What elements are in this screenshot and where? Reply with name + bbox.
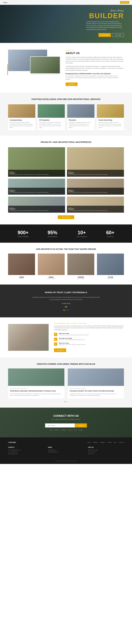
connect-button[interactable]: Reach Us: [75, 424, 87, 428]
service-title: 3D Visualization: [39, 119, 63, 121]
team-card: JACOB 3D Visualizer: [97, 254, 124, 279]
connect-input[interactable]: [45, 424, 75, 428]
demo-button[interactable]: Get Demoved: [98, 33, 111, 37]
projects-title: PROJECTS: OUR ARCHITECTURAL MASTERPIECES: [8, 141, 124, 143]
project-overlay: Project 6 Project 6 Your content goes he…: [67, 206, 124, 212]
service-card: 3D Visualization 3D Visualization is tur…: [38, 104, 65, 130]
about-body2: We redefine spaces with a harmony of fun…: [65, 66, 124, 71]
service-title: Conceptual Design: [10, 119, 34, 121]
footer-nav-link[interactable]: Instagram: [100, 442, 105, 443]
project-title: Project 5: [10, 208, 64, 210]
service-desc: Embarking on a building renovation can b…: [69, 122, 93, 128]
project-label: Project 6: [68, 207, 122, 208]
footer-col: VISIT US Mon-Fri: 9am – 6pmSat: 10am – 4…: [88, 447, 124, 455]
footer-nav-link[interactable]: Twitter: [87, 442, 91, 443]
team-name: MARIA: [38, 276, 65, 278]
step-number: 02: [54, 338, 57, 341]
quote-button[interactable]: Get a Quote: [112, 33, 124, 37]
footer-col-item: 📞 +1 234 567 890: [8, 451, 44, 452]
about-label: ABOUT US: [65, 50, 124, 51]
service-card: Custom Home Design Driven by the desire …: [97, 104, 124, 130]
projects-section: PROJECTS: OUR ARCHITECTURAL MASTERPIECES…: [0, 136, 132, 224]
footer: ● divi plus TwitterFacebookInstagramPint…: [0, 438, 132, 464]
project-title: Project 4: [68, 190, 122, 192]
footer-col-item: ✉ info@diviplus.com: [8, 453, 44, 454]
social-link[interactable]: Twitter: [49, 430, 52, 431]
service-title: Renovation: [69, 119, 93, 121]
service-desc: 3D Visualization is turning your concept…: [39, 122, 63, 128]
projects-right-col: Project 2 Project 2 Your content goes he…: [67, 147, 124, 213]
step-title: Share Your Vision: [59, 333, 89, 334]
team-section: OUR ARCHITECTS IN ACTION: THE TEAM THAT …: [0, 243, 132, 284]
contact-nav-button[interactable]: Contact Us: [120, 1, 129, 4]
get-started-button[interactable]: Get Started: [54, 348, 66, 352]
service-card: Renovation Embarking on a building renov…: [67, 104, 94, 130]
footer-nav-link[interactable]: Contact Us: [118, 442, 124, 443]
project-card: Project 6 Project 6 Your content goes he…: [67, 196, 124, 213]
blog-image: [68, 368, 124, 386]
footer-nav-link[interactable]: Facebook: [93, 442, 98, 443]
dot-1[interactable]: [63, 310, 64, 311]
social-link[interactable]: Blog: [74, 430, 77, 431]
nav-logo[interactable]: ≡ Home: [3, 2, 7, 3]
social-link[interactable]: Instagram: [61, 430, 66, 431]
footer-nav-link[interactable]: Pinterest: [107, 442, 112, 443]
show-all-projects-button[interactable]: Show All Projects: [58, 215, 74, 219]
blog-content: August 2023 | Written By: Jay Adams Smal…: [8, 386, 64, 398]
service-desc: Driven by the desire to design and creat…: [10, 122, 34, 128]
blog-title: CREATIVE CORNER: EXPLORING TRENDS WITH O…: [8, 363, 124, 365]
footer-col-title: CONTACT: [8, 447, 44, 448]
about-images: [8, 50, 60, 79]
blog-dot-1[interactable]: [64, 401, 65, 402]
blog-dot-2[interactable]: [67, 401, 68, 402]
copyright: © 2024 Divi Plus Builder. All Rights Res…: [55, 460, 77, 462]
service-image: [8, 104, 35, 118]
service-image: [38, 104, 65, 118]
project-label: Project 4: [68, 189, 122, 190]
hero-section: Divi Plus BUILDER Transforming Dreams In…: [0, 0, 132, 43]
project-desc: Your content goes here. Edit or remove t…: [10, 192, 64, 193]
footer-col-item: info@diviplus.com: [48, 450, 84, 451]
footer-col-item: Sat: 10am – 4pm: [88, 451, 124, 452]
social-link[interactable]: LinkedIn: [79, 430, 83, 431]
social-link[interactable]: Pinterest: [68, 430, 73, 431]
connect-social: TwitterFacebookInstagramPinterestBlogLin…: [8, 430, 124, 431]
project-desc: Your content goes here. Edit or remove t…: [10, 174, 64, 175]
project-label: Project 3: [10, 189, 64, 190]
step-number: 01: [54, 333, 57, 336]
service-content: 3D Visualization 3D Visualization is tur…: [38, 118, 65, 130]
about-read-more-button[interactable]: Read More: [65, 82, 78, 86]
project-desc: Your content goes here. Edit or remove t…: [68, 174, 122, 175]
project-overlay: Project 5 Project 5 Your content goes he…: [8, 206, 65, 212]
blog-card: August 2023 | Written By: Jay Adams Smal…: [8, 368, 64, 398]
stars: ★★★★★: [8, 302, 124, 305]
services-title: CRAFTING EXCELLENCE: EXPLORE OUR ARCHITE…: [8, 98, 124, 100]
about-accent-bar: [7, 64, 8, 75]
team-photo: [67, 254, 94, 275]
team-card: JAMES Architect: [8, 254, 35, 279]
stat-label: Client Satisfaction: [47, 236, 57, 237]
connect-desc: Let us shape your aspirations into timel…: [8, 419, 124, 420]
team-card: MARIA Interior Designer: [38, 254, 65, 279]
step-title: Build Your Dream: [59, 342, 86, 344]
blog-grid: August 2023 | Written By: Jay Adams Smal…: [8, 368, 124, 398]
project-overlay: Project 3 Project 3 Your content goes he…: [8, 188, 65, 194]
stat-number: 900+: [18, 230, 29, 236]
hero-title: BUILDER: [86, 12, 124, 19]
dot-2[interactable]: [65, 310, 67, 311]
stat-item: 900+ Projects Completed: [18, 230, 29, 237]
social-link[interactable]: Facebook: [54, 430, 59, 431]
step-desc: Watch your vision come to life with our …: [59, 344, 86, 346]
team-name: JAMES: [8, 276, 35, 278]
stat-number: 60+: [106, 230, 114, 236]
connect-section: CONNECT WITH US Let us shape your aspira…: [0, 408, 132, 438]
footer-col-title: EMAIL: [48, 447, 84, 448]
step-content: Share Your Vision Tell us about your dre…: [59, 333, 89, 336]
footer-cols: CONTACT 📍 123 Street Name, City📞 +1 234 …: [8, 447, 124, 455]
team-grid: JAMES Architect MARIA Interior Designer …: [8, 254, 124, 279]
blog-image: [8, 368, 64, 386]
about-text: ABOUT US ABOUT US At Divi Plus Architect…: [65, 50, 124, 86]
footer-nav-link[interactable]: Blog: [114, 442, 116, 443]
project-title: Project 2: [68, 172, 122, 174]
dot-3[interactable]: [68, 310, 69, 311]
